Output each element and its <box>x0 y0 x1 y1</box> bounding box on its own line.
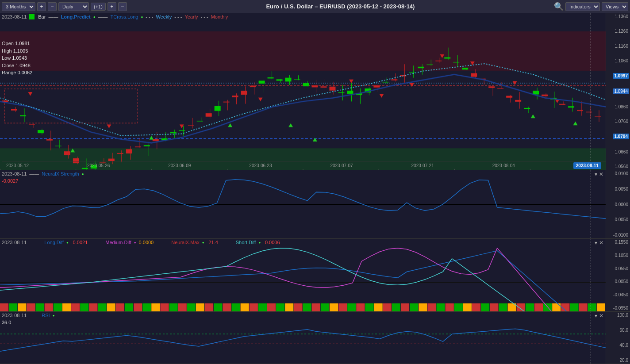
rsi-controls: ▾ ✕ <box>595 313 603 319</box>
bar-type-label: Bar <box>38 14 46 19</box>
y-1106: 1.1060 <box>615 58 629 63</box>
zoom-out-btn[interactable]: − <box>118 2 127 11</box>
main-y-axis: 1.1360 1.1260 1.1160 1.1060 1.0997 1.094… <box>606 13 630 170</box>
rsi-dot: ● <box>53 314 55 318</box>
long-predict-label: Long.Predict <box>61 14 90 19</box>
dy-n0095: -0.0950 <box>613 306 629 310</box>
diff-collapse-btn[interactable]: ▾ <box>595 240 597 246</box>
search-icon[interactable]: 🔍 <box>554 2 564 11</box>
rsi-chart-panel: 2023-08-11 —— RSI ● 36.0 ▾ ✕ 100.0 60.0 … <box>0 312 630 364</box>
yearly-label: Yearly <box>184 14 198 19</box>
short-diff-val: -0.0006 <box>263 240 280 245</box>
bar-color-indicator <box>29 14 35 19</box>
rsi-indicator-name: RSI <box>42 313 50 318</box>
dy-0155: 0.1550 <box>615 240 629 245</box>
dy-0005: 0.0050 <box>615 279 629 284</box>
neurax-y-axis: 0.0100 0.0050 0.0000 -0.0050 -0.0100 <box>606 170 630 238</box>
medium-diff-label: Medium.Diff <box>105 240 131 245</box>
diff-close-btn[interactable]: ✕ <box>599 240 603 246</box>
diff-date: 2023-08-11 <box>2 240 27 245</box>
x-date-6: 2023-07-21 <box>411 163 434 168</box>
main-x-axis: 2023-05-12 2023-05-26 2023-06-09 2023-06… <box>2 161 606 170</box>
ny-n0050: -0.0050 <box>613 217 629 222</box>
ry-40: 40.0 <box>620 343 629 348</box>
dy-n0045: -0.0450 <box>613 292 629 297</box>
neurax-indicator-name: NeuralX.Strength <box>42 171 79 176</box>
y-1099: 1.0997 <box>613 73 629 79</box>
weekly-label: Weekly <box>156 14 172 19</box>
y-1076: 1.0760 <box>615 119 629 124</box>
range-label: Range <box>2 70 16 75</box>
rsi-value: 36.0 <box>2 320 11 325</box>
diff-y-axis: 0.1550 0.1050 0.0550 0.0050 -0.0450 -0.0… <box>606 239 630 311</box>
medium-diff-val: 0.0000 <box>139 240 154 245</box>
y-1136: 1.1360 <box>615 14 629 19</box>
zoom-in-btn[interactable]: + <box>108 2 116 11</box>
chart-title: Euro / U.S. Dollar – EUR/USD (2023-05-12… <box>129 3 552 10</box>
neurax-controls: ▾ ✕ <box>595 171 603 177</box>
y-1086: 1.0860 <box>615 104 629 109</box>
ry-60: 60.0 <box>620 328 629 333</box>
offset-label: (+1) <box>91 3 106 11</box>
period-sub-btn[interactable]: − <box>48 2 57 11</box>
dy-0105: 0.1050 <box>615 253 629 258</box>
toolbar: 3 Months 1 Day 1 Week 1 Month 6 Months 1… <box>0 0 630 13</box>
main-panel-info: 2023-08-11 Bar —— Long.Predict ● —— TCro… <box>2 14 228 19</box>
right-toolbar: Indicators Views <box>565 2 628 11</box>
x-date-5: 2023-07-07 <box>330 163 353 168</box>
dy-0055: 0.0550 <box>615 266 629 271</box>
y-1070: 1.0704 <box>613 134 629 139</box>
neurax-panel-info: 2023-08-11 —— NeuralX.Strength ● <box>2 171 84 176</box>
short-diff-label: Short.Diff <box>236 240 256 245</box>
open-label: Open <box>2 41 14 46</box>
diff-controls: ▾ ✕ <box>595 240 603 246</box>
period-add-btn[interactable]: + <box>37 2 46 11</box>
high-val: 1.1005 <box>13 48 28 54</box>
x-date-7: 2023-08-04 <box>492 163 515 168</box>
ny-0010: 0.0100 <box>615 171 629 176</box>
neurax-close-btn[interactable]: ✕ <box>599 171 603 177</box>
views-select[interactable]: Views <box>602 2 628 11</box>
monthly-label: Monthly <box>211 14 228 19</box>
neurax-max-label: NeuralX.Max <box>171 240 200 245</box>
x-date-3: 2023-06-09 <box>168 163 191 168</box>
rsi-y-axis: 100.0 60.0 40.0 20.0 <box>606 312 630 364</box>
ny-0000: 0.0000 <box>615 202 629 207</box>
neurax-collapse-btn[interactable]: ▾ <box>595 171 597 177</box>
ry-20: 20.0 <box>620 358 629 363</box>
rsi-collapse-btn[interactable]: ▾ <box>595 313 597 319</box>
y-1066: 1.0660 <box>615 149 629 154</box>
timeframe-select[interactable]: Daily Hourly Weekly Monthly <box>58 2 89 11</box>
period-select[interactable]: 3 Months 1 Day 1 Week 1 Month 6 Months 1… <box>2 2 35 11</box>
y-1126: 1.1260 <box>615 29 629 34</box>
y-1116: 1.1160 <box>615 44 629 49</box>
high-label: High <box>2 48 12 54</box>
ry-100: 100.0 <box>617 313 629 318</box>
ohlc-box: Open 1.0981 High 1.1005 Low 1.0943 Close… <box>2 40 32 77</box>
main-chart-panel: 2023-08-11 Bar —— Long.Predict ● —— TCro… <box>0 13 630 170</box>
low-label: Low <box>2 55 11 61</box>
x-date-1: 2023-05-12 <box>6 163 29 168</box>
ny-n0100: -0.0100 <box>613 233 629 238</box>
indicators-select[interactable]: Indicators <box>565 2 600 11</box>
open-val: 1.0981 <box>15 41 30 46</box>
main-date-label: 2023-08-11 <box>2 14 27 19</box>
diff-panel-info: 2023-08-11 —— Long.Diff ● -0.0021 —— Med… <box>2 240 280 245</box>
low-val: 1.0943 <box>12 55 27 61</box>
neurax-max-val: -21.4 <box>207 240 218 245</box>
ny-0050: 0.0050 <box>615 187 629 192</box>
x-date-2: 2023-05-26 <box>87 163 110 168</box>
x-date-4: 2023-06-23 <box>249 163 272 168</box>
y-1056: 1.0560 <box>615 164 629 169</box>
long-diff-label: Long.Diff <box>44 240 64 245</box>
close-val: 1.0948 <box>15 63 31 68</box>
tcross-label: TCross.Long <box>110 14 138 19</box>
neurax-chart-panel: 2023-08-11 —— NeuralX.Strength ● -0.0027… <box>0 170 630 239</box>
diff-chart-panel: 2023-08-11 —— Long.Diff ● -0.0021 —— Med… <box>0 239 630 312</box>
neurax-dot: ● <box>82 172 84 176</box>
close-label: Close <box>2 63 14 68</box>
rsi-close-btn[interactable]: ✕ <box>599 313 603 319</box>
rsi-date: 2023-08-11 <box>2 313 27 318</box>
range-val: 0.0062 <box>17 70 32 75</box>
charts-container: 2023-08-11 Bar —— Long.Predict ● —— TCro… <box>0 13 630 364</box>
